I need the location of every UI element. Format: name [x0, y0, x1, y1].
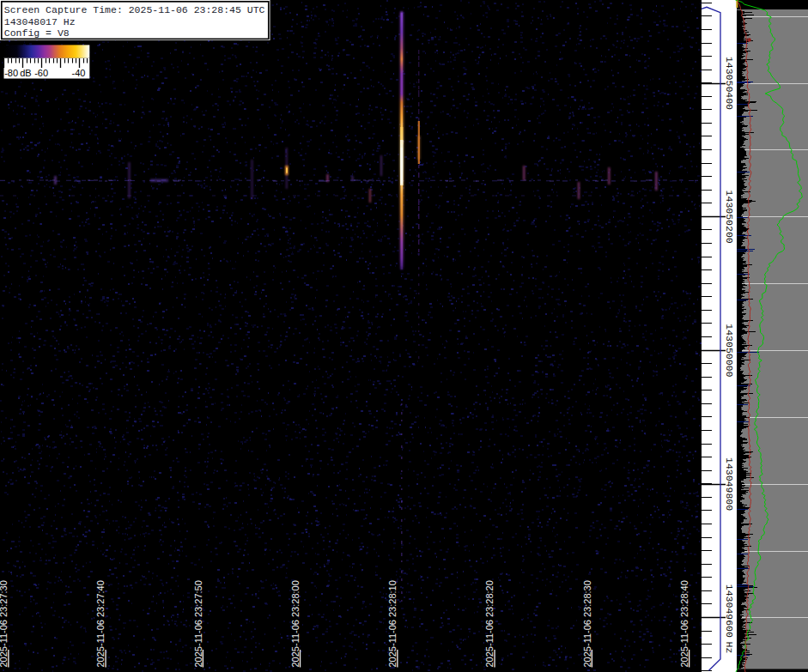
svg-text:2025-11-06 23:28:00: 2025-11-06 23:28:00	[290, 580, 301, 667]
svg-text:Config = V8: Config = V8	[4, 27, 70, 39]
svg-text:-60: -60	[34, 68, 48, 78]
svg-text:-40: -40	[72, 68, 86, 78]
svg-text:2025-11-06 23:28:30: 2025-11-06 23:28:30	[582, 580, 592, 667]
svg-text:143050200: 143050200	[724, 191, 735, 244]
svg-text:143049800: 143049800	[724, 457, 735, 511]
svg-text:143050000: 143050000	[724, 324, 735, 377]
svg-text:dB: dB	[20, 68, 31, 78]
svg-text:2025-11-06 23:27:30: 2025-11-06 23:27:30	[0, 580, 9, 667]
svg-text:143048017 Hz: 143048017 Hz	[4, 16, 76, 27]
svg-text:2025-11-06 23:28:40: 2025-11-06 23:28:40	[679, 580, 690, 667]
svg-text:143050400: 143050400	[724, 57, 735, 110]
svg-text:Hz: Hz	[724, 642, 735, 654]
svg-text:Screen Capture Time: 2025-11-0: Screen Capture Time: 2025-11-06 23:28:45…	[4, 4, 265, 15]
svg-text:143049600: 143049600	[724, 584, 735, 638]
svg-text:2025-11-06 23:27:50: 2025-11-06 23:27:50	[193, 580, 204, 667]
svg-text:-80: -80	[4, 68, 18, 78]
svg-text:2025-11-06 23:27:40: 2025-11-06 23:27:40	[95, 580, 106, 667]
svg-text:2025-11-06 23:28:20: 2025-11-06 23:28:20	[484, 580, 495, 667]
svg-text:2025-11-06 23:28:10: 2025-11-06 23:28:10	[387, 580, 398, 667]
